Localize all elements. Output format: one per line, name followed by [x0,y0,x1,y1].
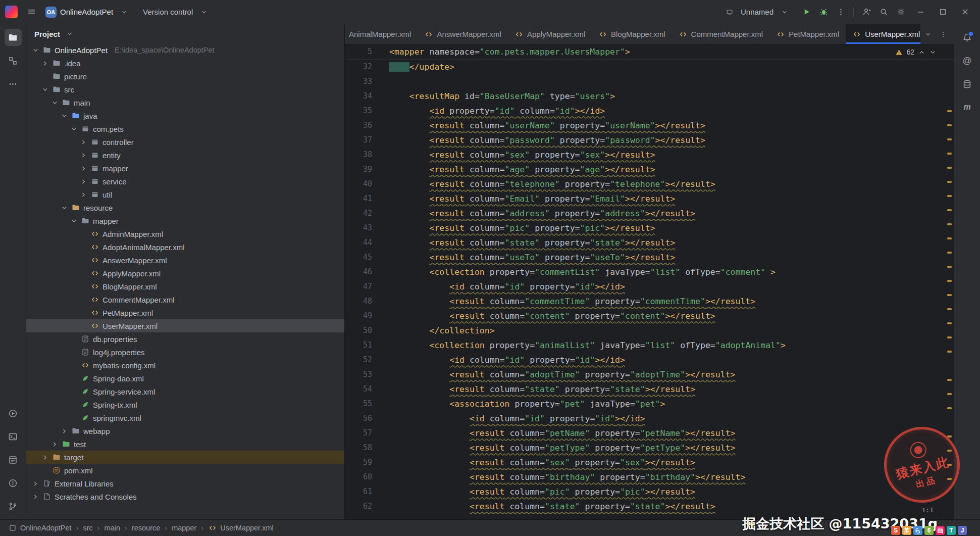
tree-item-scratches-and-consoles[interactable]: Scratches and Consoles [26,490,344,503]
code-line-56[interactable]: 56 <id column="id" property="id"></id> [345,411,954,426]
breadcrumb-item-usermapper-xml[interactable]: UserMapper.xml [208,523,274,532]
chevron-right-icon[interactable] [41,59,49,67]
tree-item-spring-dao-xml[interactable]: Spring-dao.xml [26,372,344,385]
code-line-52[interactable]: 52 <id column="id" property="id"></id> [345,353,954,367]
ai-assistant-button[interactable]: @ [959,52,976,69]
chevron-right-icon[interactable] [41,453,49,461]
code-line-38[interactable]: 38 <result column="sex" property="sex"><… [345,148,954,162]
code-line-39[interactable]: 39 <result column="age" property="age"><… [345,162,954,177]
code-line-62[interactable]: 62 <result column="state" property="stat… [345,499,954,514]
chevron-down-icon[interactable] [60,204,68,212]
tree-item-blogmapper-xml[interactable]: BlogMapper.xml [26,280,344,293]
warning-mark[interactable] [947,167,952,169]
warning-mark[interactable] [947,379,952,381]
chevron-right-icon[interactable] [79,151,87,159]
tree-item-mapper[interactable]: mapper [26,162,344,175]
notifications-button[interactable] [959,29,976,46]
code-line-61[interactable]: 61 <result column="pic" property="pic"><… [345,484,954,499]
code-line-60[interactable]: 60 <result column="birthday" property="b… [345,470,954,484]
tree-item-adoptanimalmapper-xml[interactable]: AdoptAnimalMapper.xml [26,240,344,254]
warning-mark[interactable] [947,110,952,112]
tree-item-db-properties[interactable]: db.properties [26,332,344,346]
code-line-50[interactable]: 50 </collection> [345,323,954,338]
tree-item-usermapper-xml[interactable]: UserMapper.xml [26,319,344,332]
version-control-widget[interactable]: Version control [138,4,216,20]
warning-mark[interactable] [947,266,952,268]
code-line-35[interactable]: 35 <id property="id" column="id"></id> [345,104,954,118]
warning-mark[interactable] [947,252,952,254]
chevron-right-icon[interactable] [79,138,87,146]
chevron-down-icon[interactable] [70,217,78,225]
chevron-right-icon[interactable] [31,493,39,501]
chevron-down-icon[interactable] [41,85,49,93]
tree-item-external-libraries[interactable]: External Libraries [26,477,344,490]
code-line-44[interactable]: 44 <result column="state" property="stat… [345,235,954,250]
previous-problem-button[interactable] [918,48,925,56]
structure-tool-button[interactable] [5,52,22,69]
tab-answermapper-xml[interactable]: AnswerMapper.xml [418,24,508,44]
tree-item-controller[interactable]: controller [26,135,344,149]
tree-item-spring-tx-xml[interactable]: Spring-tx.xml [26,398,344,411]
code-line-59[interactable]: 59 <result column="sex" property="sex"><… [345,455,954,470]
hidden-tabs-button[interactable] [920,27,936,42]
code-line-58[interactable]: 58 <result column="petType" property="pe… [345,441,954,455]
warning-mark[interactable] [947,223,952,225]
code-line-48[interactable]: 48 <result column="commentTime" property… [345,294,954,309]
tree-item-spring-service-xml[interactable]: Spring-service.xml [26,385,344,398]
console-tool-button[interactable] [5,451,22,468]
inspections-widget[interactable]: 62 [891,46,941,58]
code-line-54[interactable]: 54 <result column="state" property="stat… [345,382,954,397]
code-with-me-button[interactable] [859,5,874,20]
code-line-40[interactable]: 40 <result column="telephone" property="… [345,177,954,191]
warning-mark[interactable] [947,322,952,324]
tab-options-button[interactable] [936,27,951,42]
code-area[interactable]: 32 </update>3334 <resultMap id="BaseUser… [345,60,954,519]
breadcrumb-item-resource[interactable]: resource [132,524,160,532]
code-line-43[interactable]: 43 <result column="pic" property="pic"><… [345,221,954,235]
code-line-55[interactable]: 55 <association property="pet" javaType=… [345,397,954,411]
chevron-down-icon[interactable] [70,125,78,133]
code-line-47[interactable]: 47 <id column="id" property="id"></id> [345,279,954,294]
chevron-down-icon[interactable] [50,99,59,107]
tree-item-service[interactable]: service [26,175,344,188]
project-tool-button[interactable] [5,29,22,46]
chevron-right-icon[interactable] [79,164,87,172]
tab-petmapper-xml[interactable]: PetMapper.xml [769,24,846,44]
warning-mark[interactable] [947,181,952,183]
maximize-button[interactable] [933,5,953,20]
warning-mark[interactable] [947,153,952,155]
tree-item-log4j-properties[interactable]: log4j.properties [26,346,344,359]
warning-mark[interactable] [947,294,952,296]
tree-item-pom-xml[interactable]: mpom.xml [26,464,344,477]
tree-item-idea[interactable]: .idea [26,57,344,70]
tree-item-test[interactable]: test [26,437,344,451]
code-line-45[interactable]: 45 <result column="useTo" property="useT… [345,250,954,265]
maven-tool-button[interactable]: m [959,99,976,116]
warning-mark[interactable] [947,351,952,353]
services-tool-button[interactable] [5,405,22,422]
warning-mark[interactable] [947,124,952,126]
tree-item-target[interactable]: target [26,451,344,464]
search-everywhere-button[interactable] [876,5,891,20]
main-menu-button[interactable] [24,5,39,20]
warning-mark[interactable] [947,138,952,140]
warning-mark[interactable] [947,393,952,395]
tree-item-resource[interactable]: resource [26,201,344,214]
terminal-tool-button[interactable] [5,428,22,445]
breadcrumb-item-src[interactable]: src [83,524,92,532]
warning-mark[interactable] [947,280,952,282]
warning-mark[interactable] [947,195,952,197]
warning-mark[interactable] [947,407,952,409]
warning-mark[interactable] [947,237,952,239]
tree-item-mybatis-config-xml[interactable]: mybatis-config.xml [26,359,344,372]
version-control-tool-button[interactable] [5,498,22,515]
tree-item-com-pets[interactable]: com.pets [26,122,344,135]
breadcrumb-item-mapper[interactable]: mapper [172,524,196,532]
more-actions-button[interactable] [833,5,848,20]
code-line-32[interactable]: 32 </update> [345,60,954,74]
tree-item-springmvc-xml[interactable]: springmvc.xml [26,411,344,424]
breadcrumb-item-onlineadoptpet[interactable]: OnlineAdoptPet [8,523,72,532]
code-line-5[interactable]: 5<mapper namespace="com.pets.mapper.User… [345,44,954,59]
tree-item-adminmapper-xml[interactable]: AdminMapper.xml [26,227,344,240]
close-button[interactable] [955,5,975,20]
